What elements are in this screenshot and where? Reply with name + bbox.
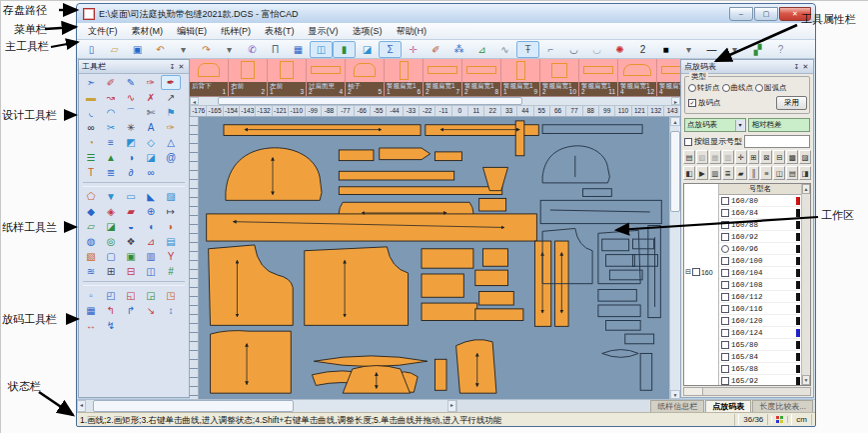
adjust-tool[interactable]: ✐ [101,75,121,90]
wave-tool[interactable]: ∿ [121,90,141,105]
pair-tool[interactable]: ≡ [101,135,121,150]
size-row[interactable]: 160/124 [719,327,801,339]
delete-tool[interactable]: ✗ [141,90,161,105]
size-row[interactable]: 160/116 [719,303,801,315]
grading-mini-icon[interactable]: ◫ [773,166,785,180]
scroll-down-icon[interactable]: ▼ [670,390,680,399]
size-checkbox[interactable] [721,293,729,301]
maximize-button[interactable]: ▢ [754,7,778,21]
size-table-hscrollbar[interactable] [683,387,811,396]
flip-tool[interactable]: ◪ [141,150,161,165]
grading-mini-icon[interactable]: ▶ [696,166,708,180]
radio-icon[interactable] [755,84,763,92]
size-row[interactable]: 160/100 [719,255,801,267]
filled-pieces[interactable] [207,121,568,393]
panel-tab[interactable]: 纸样信息栏 [650,400,704,412]
pattern-tool-icon[interactable]: ⬠ [81,189,101,204]
feather-tool[interactable]: ✑ [161,120,181,135]
title-bar[interactable]: E:\桌面\司法庭执勤带包缝2021款.DGS - 富怡CAD ‒ ▢ ✕ [77,4,815,23]
pattern-tool-icon[interactable]: Y [161,249,181,264]
scroll-thumb[interactable] [93,400,294,412]
work-area-canvas[interactable] [199,117,669,399]
pattern-tool-icon[interactable]: ▥ [141,249,161,264]
close-icon[interactable]: ✕ [177,63,186,71]
左前[interactable]: 左前 13 [268,59,307,96]
pattern-tool-icon[interactable]: ≋ [81,264,101,279]
menu-item[interactable]: 显示(V) [302,24,346,39]
digitizer-icon[interactable]: ✆ [241,41,264,58]
relative-offset-field[interactable]: 相对档差 [748,118,811,132]
grading-mini-icon[interactable]: ▥ [722,150,734,164]
pattern-tool-icon[interactable]: ◪ [101,219,121,234]
size-row[interactable]: 160/112 [719,291,801,303]
line-color-dropdown[interactable]: ▾ [677,41,700,58]
minimize-button[interactable]: ‒ [729,7,753,21]
size-checkbox[interactable] [721,329,729,337]
size-row[interactable]: 160/120 [719,315,801,327]
plotter-icon[interactable]: Π [264,41,287,58]
modify-tool[interactable]: ✑ [141,75,161,90]
pattern-tool-icon[interactable]: ◍ [81,234,101,249]
list-tool[interactable]: ≣ [101,165,121,180]
smile-curve-2-icon[interactable]: ◡ [585,41,608,58]
curve-tool[interactable]: ↝ [101,90,121,105]
scroll-thumb[interactable] [218,97,522,105]
partial-tool[interactable]: ∂ [121,165,141,180]
scroll-right-icon[interactable]: ► [671,97,680,105]
circle-tool[interactable]: ⌒ [121,105,141,120]
size-row[interactable]: 160/80 [719,195,801,207]
scroll-up-icon[interactable]: ▲ [802,184,810,194]
size-row[interactable]: 160/92 [719,231,801,243]
scroll-thumb[interactable] [670,131,680,212]
grading-tool-icon[interactable]: ▫ [81,288,101,303]
警服肩宽1[interactable]: 警服肩宽1 28 [462,59,501,96]
tag-tool[interactable]: ⚑ [161,105,181,120]
line-style-dropdown[interactable]: ▾ [723,41,746,58]
后背下[interactable]: 后背下 1 [190,59,229,96]
scroll-right-icon[interactable]: ► [447,400,456,412]
scroll-left-icon[interactable]: ◄ [190,97,199,105]
grading-tool-icon[interactable]: ◲ [141,288,161,303]
menu-item[interactable]: 帮助(H) [390,24,434,39]
pattern-tool-icon[interactable]: ◣ [141,189,161,204]
右前[interactable]: 右前 12 [229,59,268,96]
scissors-tool[interactable]: ✂ [101,120,121,135]
size-checkbox[interactable] [721,209,729,217]
size-checkbox[interactable] [721,233,729,241]
line-width-value[interactable]: 2 [631,41,654,58]
grading-mini-icon[interactable]: ⊞ [748,150,760,164]
panel-tab[interactable]: 长度比较表... [752,400,813,412]
chart-icon[interactable]: ⊿ [470,41,493,58]
radio-icon[interactable] [722,84,730,92]
grading-mini-icon[interactable]: ◧ [683,166,695,180]
pattern-tool-icon[interactable]: ◖ [141,219,161,234]
警服肩宽1[interactable]: 警服肩宽1 211 [579,59,618,96]
protractor-tool[interactable]: ◔ [81,135,101,150]
pattern-tool-icon[interactable]: ▣ [121,249,141,264]
lines-tool[interactable]: ☰ [81,150,101,165]
pattern-tool-icon[interactable]: ↦ [161,204,181,219]
过肩面里[interactable]: 过肩面里 24 [307,59,346,96]
open-file-icon[interactable]: ▱ [103,41,126,58]
diamond-tool[interactable]: ◇ [141,135,161,150]
size-checkbox[interactable] [721,377,729,385]
size-checkbox[interactable] [721,305,729,313]
grading-tool-icon[interactable]: ◳ [161,288,181,303]
color-wheel-icon[interactable]: ✺ [608,41,631,58]
pattern-tool-icon[interactable]: ⊟ [121,264,141,279]
size-checkbox[interactable] [721,257,729,265]
hanger-tool-icon[interactable]: Ŧ [516,41,539,58]
grading-mini-icon[interactable]: ▩ [786,150,798,164]
scroll-up-icon[interactable]: ▲ [670,117,680,126]
pattern-tool-icon[interactable]: ◒ [121,219,141,234]
pattern-tool-icon[interactable]: ◫ [141,264,161,279]
scroll-left-icon[interactable]: ◄ [77,400,86,412]
group-display-checkbox[interactable] [684,138,692,146]
canvas-vscrollbar[interactable]: ▲ ▼ [669,117,680,399]
size-table-icon[interactable]: ▦ [287,41,310,58]
size-row[interactable]: 160/104 [719,267,801,279]
undo-icon[interactable]: ↶ [149,41,172,58]
size-checkbox[interactable] [721,221,729,229]
grading-mini-icon[interactable]: ▨ [799,150,811,164]
size-row[interactable]: 165/88 [719,363,801,375]
